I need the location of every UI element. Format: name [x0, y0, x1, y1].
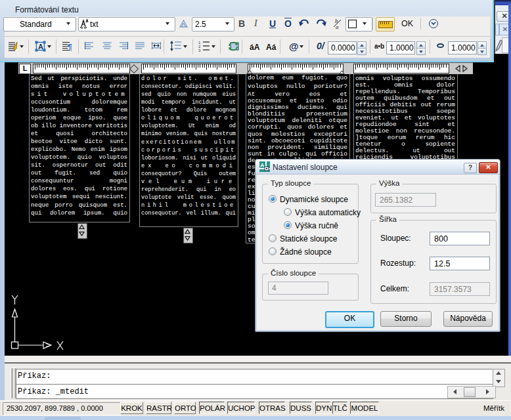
svg-text:A: A	[260, 162, 265, 169]
svg-text:¶: ¶	[68, 43, 72, 52]
svg-text:3: 3	[198, 49, 201, 52]
svg-text:A: A	[38, 43, 43, 51]
